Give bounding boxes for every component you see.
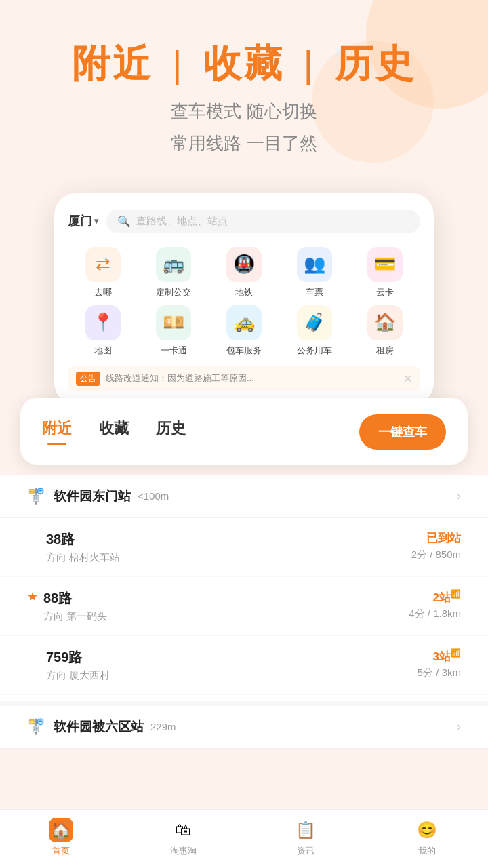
title-divider1: |: [172, 42, 198, 85]
phone-mockup: 厦门 ▾ 🔍 查路线、地点、站点 ⇄ 去哪 🚌 定制公交 🚇 地铁: [54, 193, 434, 405]
rent-label: 租房: [376, 344, 394, 357]
nav-profile[interactable]: 😊 我的: [415, 818, 439, 857]
grid-item-official-car[interactable]: 🧳 公务用车: [279, 305, 350, 357]
wifi-icon-88: 📶: [451, 589, 461, 599]
grid-item-qunar[interactable]: ⇄ 去哪: [68, 247, 138, 298]
tabs-left: 附近 收藏 历史: [42, 418, 186, 445]
grid-item-custom-bus[interactable]: 🚌 定制公交: [138, 247, 209, 298]
metro-icon: 🚇: [226, 247, 262, 282]
header-subtitle: 查车模式 随心切换 常用线路 一目了然: [27, 96, 461, 159]
grid-item-ticket[interactable]: 👥 车票: [279, 247, 350, 298]
nav-shop[interactable]: 🛍 淘惠淘: [170, 818, 197, 857]
bus-759-time: 5分 / 3km: [418, 667, 461, 679]
bus-759-info: 759路 方向 厦大西村: [46, 648, 110, 682]
title-divider2: |: [304, 42, 329, 85]
grid-item-map[interactable]: 📍 地图: [68, 305, 138, 357]
nav-news-label: 资讯: [297, 845, 314, 857]
custom-bus-label: 定制公交: [156, 286, 191, 298]
grid-item-rent[interactable]: 🏠 租房: [350, 305, 420, 357]
yunka-label: 云卡: [376, 286, 394, 298]
station-distance-2: 229m: [150, 721, 176, 732]
city-name: 厦门: [68, 213, 92, 229]
station-header-1[interactable]: 🚏 软件园东门站 <100m ›: [0, 475, 488, 518]
tab-favorites-label: 收藏: [99, 418, 129, 439]
station-distance-1: <100m: [138, 490, 169, 502]
grid-item-metro[interactable]: 🚇 地铁: [209, 247, 279, 298]
station-header-2[interactable]: 🚏 软件园被六区站 229m ›: [0, 701, 488, 749]
title-part3: 历史: [335, 42, 416, 85]
announcement-bar: 公告 线路改道通知：因为道路施工等原因... ✕: [68, 366, 420, 391]
bus-row-759[interactable]: 759路 方向 厦大西村 3站📶 5分 / 3km: [0, 636, 488, 695]
ticket-icon: 👥: [297, 247, 332, 282]
shop-icon: 🛍: [171, 818, 195, 842]
tab-history[interactable]: 历史: [156, 418, 186, 445]
search-placeholder-text: 查路线、地点、站点: [136, 215, 228, 228]
qunar-label: 去哪: [94, 286, 112, 298]
bus-88-info: 88路 方向 第一码头: [43, 589, 107, 623]
search-icon: 🔍: [117, 215, 131, 228]
bus-38-info: 38路 方向 梧村火车站: [46, 530, 120, 564]
rent-icon: 🏠: [367, 305, 403, 340]
bus-759-direction: 方向 厦大西村: [46, 669, 110, 682]
city-arrow-icon: ▾: [94, 216, 98, 226]
bus-759-number: 759路: [46, 648, 110, 667]
ticket-label: 车票: [306, 286, 323, 298]
nav-profile-label: 我的: [418, 845, 436, 857]
charter-label: 包车服务: [226, 344, 262, 357]
bus-38-status-text: 已到站: [411, 530, 461, 546]
bus-88-time: 4分 / 1.8km: [409, 608, 461, 620]
nav-news[interactable]: 📋 资讯: [293, 818, 318, 857]
bus-759-status-text: 3站📶: [418, 648, 461, 665]
subtitle-line2: 常用线路 一目了然: [27, 127, 461, 159]
bottom-nav: 🏠 首页 🛍 淘惠淘 📋 资讯 😊 我的: [0, 809, 488, 868]
bus-row-88[interactable]: ★ 88路 方向 第一码头 2站📶 4分 / 1.8km: [0, 577, 488, 636]
tab-nearby-label: 附近: [42, 418, 72, 439]
one-click-check-button[interactable]: 一键查车: [359, 414, 446, 450]
nav-home-label: 首页: [52, 845, 70, 857]
station-name-1: 软件园东门站: [54, 488, 131, 505]
search-bar[interactable]: 🔍 查路线、地点、站点: [106, 210, 420, 233]
title-part2: 收藏: [203, 42, 285, 85]
profile-icon: 😊: [415, 818, 439, 842]
tab-favorites[interactable]: 收藏: [99, 418, 129, 445]
map-label: 地图: [94, 344, 112, 357]
station-arrow-1: ›: [457, 489, 461, 503]
bus-row-38[interactable]: 38路 方向 梧村火车站 已到站 2分 / 850m: [0, 518, 488, 577]
official-car-icon: 🧳: [297, 305, 332, 340]
map-icon: 📍: [85, 305, 121, 340]
station-arrow-2: ›: [457, 719, 461, 734]
bus-88-number: 88路: [43, 589, 107, 608]
subtitle-line1: 查车模式 随心切换: [27, 96, 461, 127]
grid-item-yikatong[interactable]: 💴 一卡通: [138, 305, 209, 357]
tab-nearby[interactable]: 附近: [42, 418, 72, 445]
tab-nearby-underline: [47, 443, 66, 445]
announcement-text: 线路改道通知：因为道路施工等原因...: [106, 372, 398, 384]
bus-88-star-icon: ★: [27, 589, 38, 604]
nav-shop-label: 淘惠淘: [170, 845, 197, 857]
yikatong-icon: 💴: [156, 305, 191, 340]
bus-88-status-text: 2站📶: [409, 589, 461, 606]
station-name-2: 软件园被六区站: [54, 718, 144, 736]
custom-bus-icon: 🚌: [156, 247, 191, 282]
station-icon-1: 🚏: [27, 488, 45, 505]
announcement-close-icon[interactable]: ✕: [403, 372, 412, 385]
bus-38-time: 2分 / 850m: [411, 549, 461, 561]
city-selector[interactable]: 厦门 ▾: [68, 213, 98, 229]
bus-38-number: 38路: [46, 530, 120, 549]
station-list: 🚏 软件园东门站 <100m › 38路 方向 梧村火车站 已到站 2分 / 8…: [0, 475, 488, 749]
bus-88-left: ★ 88路 方向 第一码头: [27, 589, 107, 623]
bus-38-status: 已到站 2分 / 850m: [411, 530, 461, 561]
bus-38-direction: 方向 梧村火车站: [46, 551, 120, 564]
phone-topbar: 厦门 ▾ 🔍 查路线、地点、站点: [68, 210, 420, 233]
grid-item-yunka[interactable]: 💳 云卡: [350, 247, 420, 298]
title-part1: 附近: [72, 42, 153, 85]
news-icon: 📋: [293, 818, 318, 842]
phone-icon-grid: ⇄ 去哪 🚌 定制公交 🚇 地铁 👥 车票 💳 云卡 📍 地: [68, 247, 420, 357]
wifi-icon-759: 📶: [451, 648, 461, 658]
bus-88-status: 2站📶 4分 / 1.8km: [409, 589, 461, 621]
tabs-card: 附近 收藏 历史 一键查车: [20, 398, 468, 465]
nav-home[interactable]: 🏠 首页: [49, 818, 73, 857]
header-title: 附近 | 收藏 | 历史: [27, 41, 461, 86]
grid-item-charter[interactable]: 🚕 包车服务: [209, 305, 279, 357]
home-icon: 🏠: [49, 818, 73, 842]
